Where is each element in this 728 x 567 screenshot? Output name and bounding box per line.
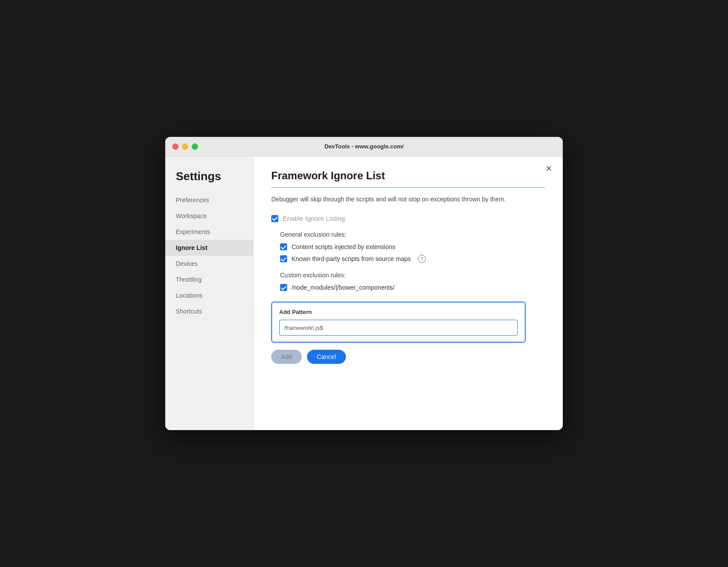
enable-ignore-listing-row: Enable Ignore Listing: [271, 215, 545, 222]
general-exclusion-section: General exclusion rules: Content scripts…: [271, 231, 545, 263]
custom-exclusion-section: Custom exclusion rules: /node_modules/|/…: [271, 272, 545, 291]
sidebar-item-shortcuts[interactable]: Shortcuts: [165, 303, 253, 319]
panel-divider: [271, 187, 545, 188]
panel-description: Debugger will skip through the scripts a…: [271, 195, 545, 204]
third-party-scripts-checkbox[interactable]: [280, 255, 287, 262]
button-row: Add Cancel: [271, 350, 545, 364]
minimize-button-traffic[interactable]: [182, 144, 188, 150]
content-scripts-label: Content scripts injected by extensions: [292, 243, 395, 250]
sidebar-item-devices[interactable]: Devices: [165, 256, 253, 272]
content-scripts-checkbox[interactable]: [280, 243, 287, 250]
custom-exclusion-title: Custom exclusion rules:: [280, 272, 545, 279]
window-title: DevTools - www.google.com/: [324, 143, 403, 150]
sidebar-item-locations[interactable]: Locations: [165, 287, 253, 303]
main-content: Settings Preferences Workspace Experimen…: [165, 156, 563, 430]
pattern-input[interactable]: [279, 320, 518, 336]
devtools-window: DevTools - www.google.com/ Settings Pref…: [165, 137, 563, 430]
sidebar-item-workspace[interactable]: Workspace: [165, 208, 253, 224]
node-modules-row: /node_modules/|/bower_components/: [280, 284, 545, 291]
add-pattern-label: Add Pattern: [279, 309, 518, 315]
main-panel: ✕ Framework Ignore List Debugger will sk…: [254, 156, 563, 430]
panel-close-button[interactable]: ✕: [543, 163, 554, 174]
add-button[interactable]: Add: [271, 350, 302, 364]
third-party-scripts-row: Known third-party scripts from source ma…: [280, 255, 545, 263]
titlebar: DevTools - www.google.com/: [165, 137, 563, 156]
maximize-button-traffic[interactable]: [192, 144, 198, 150]
traffic-lights: [172, 144, 198, 150]
cancel-button[interactable]: Cancel: [307, 350, 346, 364]
close-button-traffic[interactable]: [172, 144, 178, 150]
sidebar-item-ignore-list[interactable]: Ignore List: [165, 240, 253, 256]
content-scripts-row: Content scripts injected by extensions: [280, 243, 545, 250]
enable-ignore-listing-checkbox[interactable]: [271, 215, 278, 222]
panel-title: Framework Ignore List: [271, 170, 545, 182]
sidebar-item-experiments[interactable]: Experiments: [165, 224, 253, 240]
settings-heading: Settings: [165, 165, 253, 192]
enable-ignore-listing-label: Enable Ignore Listing: [283, 215, 345, 222]
node-modules-label: /node_modules/|/bower_components/: [292, 284, 394, 291]
third-party-scripts-label: Known third-party scripts from source ma…: [292, 255, 411, 262]
sidebar-item-preferences[interactable]: Preferences: [165, 192, 253, 208]
third-party-help-icon[interactable]: ?: [418, 255, 426, 263]
sidebar-item-throttling[interactable]: Throttling: [165, 272, 253, 287]
node-modules-checkbox[interactable]: [280, 284, 287, 291]
general-exclusion-title: General exclusion rules:: [280, 231, 545, 238]
sidebar: Settings Preferences Workspace Experimen…: [165, 156, 254, 430]
add-pattern-container: Add Pattern: [271, 302, 526, 343]
